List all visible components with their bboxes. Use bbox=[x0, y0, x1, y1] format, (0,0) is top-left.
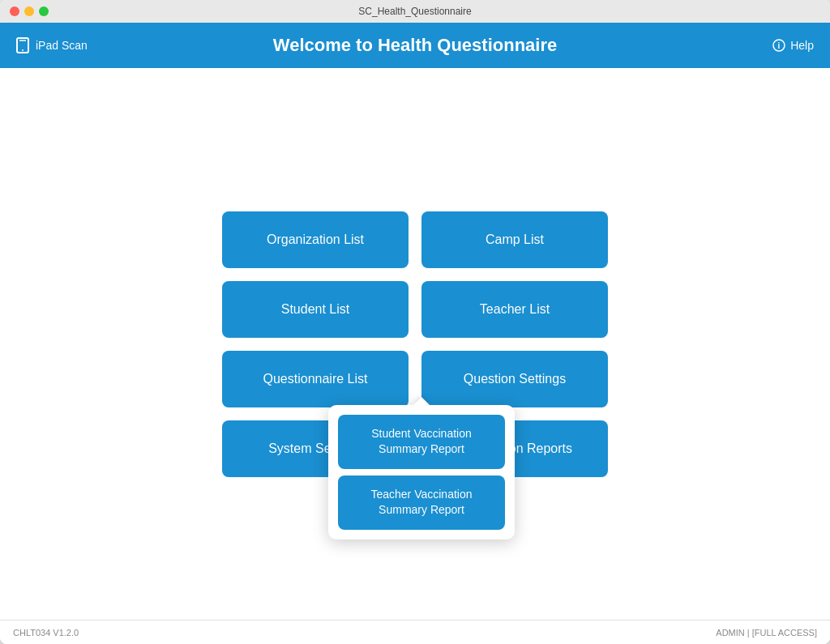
ipad-icon bbox=[16, 37, 29, 53]
access-label: ADMIN | [FULL ACCESS] bbox=[716, 628, 817, 638]
app-window: SC_Health_Questionnaire iPad Scan Welcom… bbox=[0, 0, 830, 644]
question-settings-button[interactable]: Question Settings bbox=[421, 351, 608, 407]
dropdown-arrow bbox=[413, 397, 430, 405]
page-title: Welcome to Health Questionnaire bbox=[273, 35, 557, 56]
student-vaccination-report-button[interactable]: Student Vaccination Summary Report bbox=[338, 415, 505, 469]
teacher-vaccination-report-button[interactable]: Teacher Vaccination Summary Report bbox=[338, 476, 505, 530]
title-bar: SC_Health_Questionnaire bbox=[0, 0, 830, 23]
footer: CHLT034 V1.2.0 ADMIN | [FULL ACCESS] bbox=[0, 620, 830, 644]
close-button[interactable] bbox=[10, 6, 19, 16]
header: iPad Scan Welcome to Health Questionnair… bbox=[0, 23, 830, 68]
minimize-button[interactable] bbox=[24, 6, 34, 16]
student-list-button[interactable]: Student List bbox=[222, 281, 409, 338]
questionnaire-list-button[interactable]: Questionnaire List bbox=[222, 351, 409, 407]
version-label: CHLT034 V1.2.0 bbox=[13, 628, 79, 638]
help-button[interactable]: i Help bbox=[772, 39, 814, 52]
window-title: SC_Health_Questionnaire bbox=[358, 6, 471, 17]
info-icon: i bbox=[772, 39, 785, 52]
help-label: Help bbox=[790, 39, 814, 52]
maximize-button[interactable] bbox=[39, 6, 49, 16]
svg-point-1 bbox=[22, 49, 24, 51]
teacher-list-button[interactable]: Teacher List bbox=[421, 281, 608, 338]
main-content: Organization List Camp List Student List… bbox=[0, 68, 830, 620]
ipad-scan-label: iPad Scan bbox=[36, 39, 88, 52]
ipad-scan-button[interactable]: iPad Scan bbox=[16, 37, 88, 53]
traffic-lights bbox=[10, 6, 49, 16]
svg-text:i: i bbox=[778, 41, 781, 50]
vaccination-reports-dropdown: Student Vaccination Summary Report Teach… bbox=[328, 405, 515, 540]
organization-list-button[interactable]: Organization List bbox=[222, 211, 409, 268]
camp-list-button[interactable]: Camp List bbox=[421, 211, 608, 268]
